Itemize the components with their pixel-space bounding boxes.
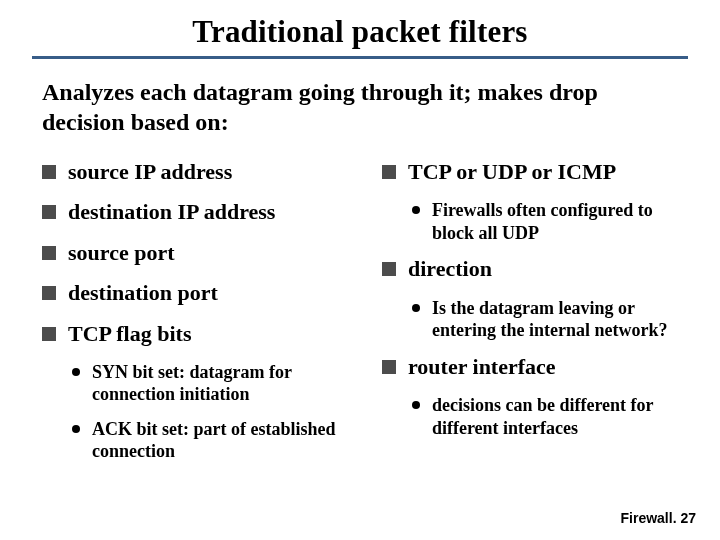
item-label: source port bbox=[68, 240, 175, 266]
intro-text: Analyzes each datagram going through it;… bbox=[42, 77, 678, 137]
square-bullet-icon bbox=[382, 262, 396, 276]
list-item: router interface bbox=[382, 354, 678, 380]
list-item: TCP or UDP or ICMP bbox=[382, 159, 678, 185]
sub-item: Is the datagram leaving or entering the … bbox=[412, 297, 678, 342]
sub-item: ACK bit set: part of established connect… bbox=[72, 418, 344, 463]
item-label: TCP flag bits bbox=[68, 321, 191, 347]
list-item: TCP flag bits bbox=[42, 321, 344, 347]
slide-title: Traditional packet filters bbox=[42, 14, 678, 56]
list-item: direction bbox=[382, 256, 678, 282]
sub-item-label: Is the datagram leaving or entering the … bbox=[432, 297, 678, 342]
dot-bullet-icon bbox=[72, 368, 80, 376]
item-label: TCP or UDP or ICMP bbox=[408, 159, 616, 185]
square-bullet-icon bbox=[42, 205, 56, 219]
square-bullet-icon bbox=[42, 165, 56, 179]
square-bullet-icon bbox=[42, 327, 56, 341]
slide-footer: Firewall. 27 bbox=[621, 510, 696, 526]
title-rule bbox=[32, 56, 688, 59]
right-column: TCP or UDP or ICMP Firewalls often confi… bbox=[382, 159, 678, 475]
item-label: destination IP address bbox=[68, 199, 275, 225]
item-label: source IP address bbox=[68, 159, 232, 185]
sub-item-label: ACK bit set: part of established connect… bbox=[92, 418, 344, 463]
item-label: destination port bbox=[68, 280, 218, 306]
list-item: source port bbox=[42, 240, 344, 266]
content-columns: source IP address destination IP address… bbox=[42, 159, 678, 475]
left-column: source IP address destination IP address… bbox=[42, 159, 344, 475]
dot-bullet-icon bbox=[412, 304, 420, 312]
dot-bullet-icon bbox=[412, 401, 420, 409]
sub-item-label: Firewalls often configured to block all … bbox=[432, 199, 678, 244]
sub-item: Firewalls often configured to block all … bbox=[412, 199, 678, 244]
sub-item: SYN bit set: datagram for connection ini… bbox=[72, 361, 344, 406]
dot-bullet-icon bbox=[412, 206, 420, 214]
sub-item: decisions can be different for different… bbox=[412, 394, 678, 439]
list-item: source IP address bbox=[42, 159, 344, 185]
square-bullet-icon bbox=[42, 286, 56, 300]
sub-item-label: SYN bit set: datagram for connection ini… bbox=[92, 361, 344, 406]
dot-bullet-icon bbox=[72, 425, 80, 433]
list-item: destination port bbox=[42, 280, 344, 306]
item-label: direction bbox=[408, 256, 492, 282]
square-bullet-icon bbox=[382, 360, 396, 374]
square-bullet-icon bbox=[42, 246, 56, 260]
list-item: destination IP address bbox=[42, 199, 344, 225]
square-bullet-icon bbox=[382, 165, 396, 179]
sub-item-label: decisions can be different for different… bbox=[432, 394, 678, 439]
item-label: router interface bbox=[408, 354, 556, 380]
